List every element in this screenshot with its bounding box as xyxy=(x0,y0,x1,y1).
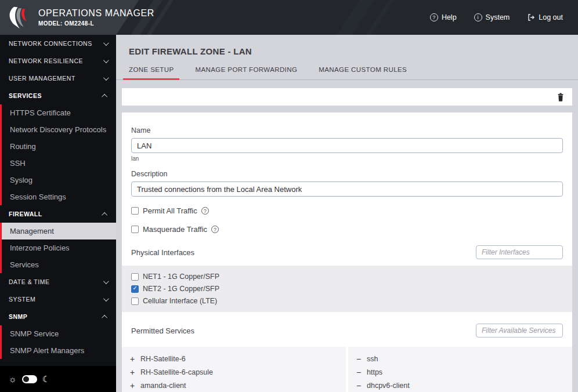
service-name: amanda-client xyxy=(140,382,186,390)
sidebar-item-services[interactable]: SERVICES xyxy=(0,87,116,104)
logout-link[interactable]: Log out xyxy=(527,13,563,21)
sidebar-item-snmp[interactable]: SNMP xyxy=(0,308,116,325)
permit-all-traffic-label: Permit All Traffic xyxy=(143,206,197,215)
sidebar-item-network-resilience[interactable]: NETWORK RESILIENCE xyxy=(0,52,116,70)
list-item[interactable]: +amanda-client xyxy=(129,379,346,392)
permit-all-traffic-checkbox[interactable] xyxy=(131,207,139,215)
tab-manage-port-forwarding[interactable]: MANAGE PORT FORWARDING xyxy=(189,66,303,79)
sidebar-item-firewall-services[interactable]: Services xyxy=(0,256,116,273)
service-name: dhcpv6-client xyxy=(367,382,410,390)
name-label: Name xyxy=(131,126,563,135)
sidebar-item-label: Services xyxy=(10,260,39,269)
sidebar-item-snmp-alert-managers[interactable]: SNMP Alert Managers xyxy=(0,342,116,359)
sidebar-item-date-time[interactable]: DATE & TIME xyxy=(0,273,116,291)
net1-checkbox[interactable] xyxy=(131,273,139,281)
name-helper-text: lan xyxy=(131,155,563,162)
net2-checkbox[interactable] xyxy=(131,285,139,293)
masquerade-traffic-checkbox-row[interactable]: Masquerade Traffic ? xyxy=(131,225,563,234)
services-columns: +RH-Satellite-6 +RH-Satellite-6-capsule … xyxy=(122,347,572,392)
service-name: RH-Satellite-6 xyxy=(140,355,186,363)
list-item[interactable]: +RH-Satellite-6-capsule xyxy=(129,365,346,379)
dark-mode-moon-icon[interactable]: ☾ xyxy=(42,374,50,384)
list-item[interactable]: −dhcpv6-client xyxy=(356,379,572,392)
theme-toggle[interactable] xyxy=(22,375,37,383)
filter-services-input[interactable] xyxy=(476,324,563,337)
chevron-down-icon xyxy=(103,278,109,284)
chevron-up-icon xyxy=(102,314,107,320)
sidebar-item-label: SNMP Alert Managers xyxy=(10,346,84,355)
add-icon[interactable]: + xyxy=(129,381,135,390)
list-item[interactable]: −ssh xyxy=(356,352,572,365)
interface-row-net2[interactable]: NET2 - 1G Copper/SFP xyxy=(131,285,563,293)
tab-manage-custom-rules[interactable]: MANAGE CUSTOM RULES xyxy=(313,66,413,79)
add-icon[interactable]: + xyxy=(129,354,135,364)
system-label: System xyxy=(486,13,510,21)
main-content: EDIT FIREWALL ZONE - LAN ZONE SETUP MANA… xyxy=(116,35,578,392)
service-name: RH-Satellite-6-capsule xyxy=(140,368,213,376)
masquerade-help-icon[interactable]: ? xyxy=(211,226,219,233)
sidebar-item-user-management[interactable]: USER MANAGEMENT xyxy=(0,70,116,87)
chevron-down-icon xyxy=(103,40,109,46)
sidebar-item-interzone-policies[interactable]: Interzone Policies xyxy=(0,239,116,256)
sidebar-item-snmp-service[interactable]: SNMP Service xyxy=(0,325,116,342)
system-link[interactable]: i System xyxy=(474,13,510,21)
interfaces-list: NET1 - 1G Copper/SFP NET2 - 1G Copper/SF… xyxy=(122,266,572,312)
help-label: Help xyxy=(442,13,457,21)
sidebar-item-label: SYSTEM xyxy=(9,296,35,303)
sidebar-item-management[interactable]: Management xyxy=(0,223,116,239)
add-icon[interactable]: + xyxy=(129,368,135,377)
delete-zone-button[interactable] xyxy=(557,93,565,101)
zone-setup-form: Name lan Description Permit All Traffic … xyxy=(122,112,572,392)
brand: OPERATIONS MANAGER MODEL: OM2248-L xyxy=(0,5,154,30)
sidebar-item-label: Session Settings xyxy=(10,193,66,201)
sidebar-item-https-certificate[interactable]: HTTPS Certificate xyxy=(0,104,116,121)
tab-zone-setup[interactable]: ZONE SETUP xyxy=(123,66,179,80)
chevron-down-icon xyxy=(103,296,109,302)
sidebar-item-ssh[interactable]: SSH xyxy=(0,155,116,172)
list-item[interactable]: +RH-Satellite-6 xyxy=(129,352,346,365)
sidebar-item-system[interactable]: SYSTEM xyxy=(0,291,116,308)
permitted-services-header-row: Permitted Services xyxy=(131,324,563,337)
sidebar-item-label: NETWORK CONNECTIONS xyxy=(9,40,92,47)
interface-row-cellular[interactable]: Cellular Interface (LTE) xyxy=(131,297,563,305)
list-item[interactable]: −https xyxy=(356,365,572,379)
sidebar-item-network-discovery-protocols[interactable]: Network Discovery Protocols xyxy=(0,121,116,138)
sidebar-item-network-connections[interactable]: NETWORK CONNECTIONS xyxy=(0,35,116,52)
page-title: EDIT FIREWALL ZONE - LAN xyxy=(129,46,578,56)
help-link[interactable]: ? Help xyxy=(430,13,457,21)
sidebar-item-session-settings[interactable]: Session Settings xyxy=(0,188,116,205)
filter-interfaces-input[interactable] xyxy=(476,245,563,259)
name-input[interactable] xyxy=(131,138,563,153)
interface-row-net1[interactable]: NET1 - 1G Copper/SFP xyxy=(131,273,563,281)
sidebar-item-label: Network Discovery Protocols xyxy=(10,125,106,134)
sidebar-item-firewall[interactable]: FIREWALL xyxy=(0,205,116,223)
top-header: OPERATIONS MANAGER MODEL: OM2248-L ? Hel… xyxy=(0,0,578,35)
permit-all-help-icon[interactable]: ? xyxy=(201,207,209,215)
trash-icon xyxy=(557,93,565,101)
light-mode-sun-icon[interactable]: ☼ xyxy=(9,374,17,384)
cellular-checkbox[interactable] xyxy=(131,297,139,305)
sidebar-item-label: Interzone Policies xyxy=(10,244,70,252)
description-input[interactable] xyxy=(131,182,563,197)
sidebar-item-label: USER MANAGEMENT xyxy=(9,75,75,82)
physical-interfaces-header-row: Physical Interfaces xyxy=(131,245,563,259)
sidebar-item-syslog[interactable]: Syslog xyxy=(0,172,116,188)
sidebar-item-routing[interactable]: Routing xyxy=(0,138,116,155)
tab-bar: ZONE SETUP MANAGE PORT FORWARDING MANAGE… xyxy=(116,66,578,80)
chevron-down-icon xyxy=(103,57,109,63)
remove-icon[interactable]: − xyxy=(356,381,362,390)
sidebar-item-label: FIREWALL xyxy=(9,210,42,217)
service-name: https xyxy=(367,368,382,376)
chevron-up-icon xyxy=(102,93,107,99)
net2-label: NET2 - 1G Copper/SFP xyxy=(143,285,219,293)
info-icon: i xyxy=(474,13,482,21)
remove-icon[interactable]: − xyxy=(356,368,362,377)
masquerade-traffic-checkbox[interactable] xyxy=(131,226,139,233)
remove-icon[interactable]: − xyxy=(356,354,362,364)
description-label: Description xyxy=(131,170,563,178)
permit-all-traffic-checkbox-row[interactable]: Permit All Traffic ? xyxy=(131,206,563,215)
sidebar-item-label: SNMP xyxy=(9,313,27,320)
logout-icon xyxy=(527,13,535,21)
sidebar-item-label: SSH xyxy=(10,159,26,168)
sidebar-item-label: SNMP Service xyxy=(10,329,59,338)
